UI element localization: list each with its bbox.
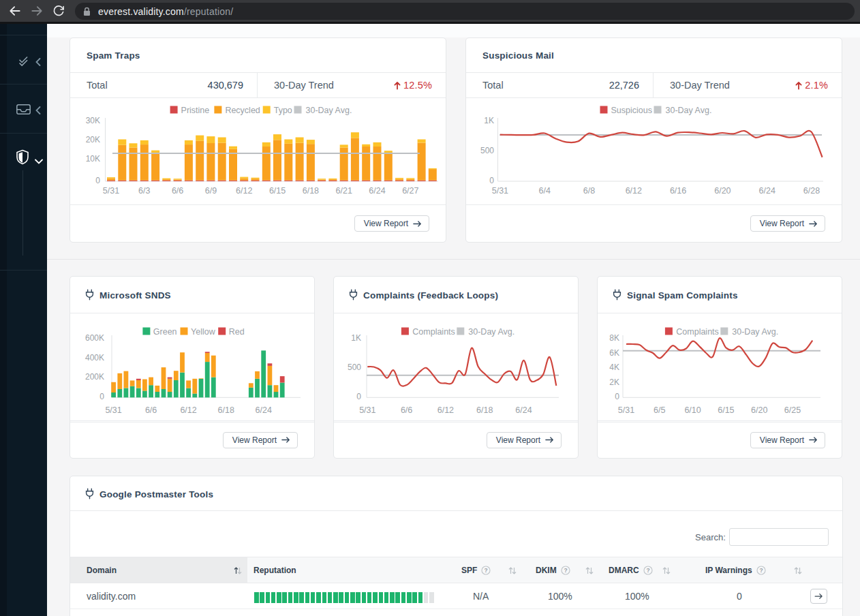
svg-text:6/6: 6/6	[172, 186, 183, 196]
svg-text:600K: 600K	[85, 333, 104, 343]
svg-text:6/12: 6/12	[180, 405, 196, 415]
svg-text:6/20: 6/20	[751, 405, 767, 415]
svg-text:1K: 1K	[484, 116, 494, 125]
svg-text:6/9: 6/9	[205, 186, 217, 196]
svg-text:6/15: 6/15	[718, 405, 734, 415]
svg-text:5/31: 5/31	[105, 405, 121, 415]
svg-text:6/4: 6/4	[539, 186, 551, 196]
svg-text:0: 0	[99, 392, 104, 401]
svg-text:500: 500	[348, 363, 361, 372]
svg-text:6/6: 6/6	[145, 405, 157, 415]
svg-text:5/31: 5/31	[359, 405, 375, 415]
svg-text:6/28: 6/28	[803, 186, 820, 196]
svg-text:10K: 10K	[86, 154, 100, 164]
svg-text:6/18: 6/18	[303, 186, 319, 196]
svg-text:?: ?	[759, 567, 763, 574]
svg-text:0: 0	[356, 392, 361, 401]
svg-text:6/12: 6/12	[236, 186, 252, 196]
svg-text:30K: 30K	[86, 116, 100, 125]
svg-text:6K: 6K	[609, 348, 619, 357]
svg-text:0: 0	[489, 176, 494, 185]
svg-text:0: 0	[615, 392, 619, 401]
svg-text:Pristine: Pristine	[181, 106, 210, 115]
svg-text:6/5: 6/5	[654, 405, 665, 415]
svg-text:Complaints: Complaints	[676, 326, 719, 336]
svg-text:Yellow: Yellow	[191, 326, 216, 336]
svg-text:Complaints: Complaints	[412, 326, 455, 336]
svg-text:?: ?	[646, 567, 649, 574]
svg-text:6/24: 6/24	[369, 186, 385, 196]
svg-text:4K: 4K	[609, 363, 619, 372]
svg-text:500: 500	[480, 146, 494, 155]
svg-text:6/12: 6/12	[437, 405, 454, 415]
svg-text:5/31: 5/31	[492, 186, 508, 196]
svg-text:6/18: 6/18	[476, 405, 493, 415]
svg-text:1K: 1K	[351, 333, 361, 343]
svg-text:30-Day Avg.: 30-Day Avg.	[468, 326, 515, 336]
svg-text:Red: Red	[229, 326, 245, 336]
svg-text:?: ?	[485, 567, 488, 574]
svg-text:6/24: 6/24	[515, 405, 532, 415]
svg-text:6/21: 6/21	[336, 186, 352, 196]
svg-text:5/31: 5/31	[103, 186, 119, 196]
svg-text:6/8: 6/8	[583, 186, 595, 196]
svg-text:2K: 2K	[609, 378, 619, 387]
svg-text:6/15: 6/15	[269, 186, 286, 196]
svg-text:Typo: Typo	[274, 106, 292, 115]
svg-text:6/20: 6/20	[714, 186, 731, 196]
svg-text:0: 0	[95, 176, 100, 185]
svg-text:6/10: 6/10	[684, 405, 701, 415]
svg-text:?: ?	[564, 567, 567, 574]
svg-text:30-Day Avg.: 30-Day Avg.	[666, 106, 712, 115]
svg-text:8K: 8K	[609, 333, 619, 343]
svg-text:6/18: 6/18	[218, 405, 234, 415]
svg-text:6/24: 6/24	[256, 405, 272, 415]
svg-text:20K: 20K	[86, 135, 100, 144]
svg-text:400K: 400K	[85, 353, 104, 363]
svg-text:6/6: 6/6	[401, 405, 412, 415]
svg-text:5/31: 5/31	[618, 405, 634, 415]
svg-text:30-Day Avg.: 30-Day Avg.	[306, 106, 352, 115]
svg-text:6/16: 6/16	[670, 186, 686, 196]
svg-text:6/3: 6/3	[138, 186, 150, 196]
svg-text:6/12: 6/12	[626, 186, 642, 196]
svg-text:6/25: 6/25	[784, 405, 801, 415]
svg-text:Green: Green	[153, 326, 177, 336]
svg-text:Suspicious: Suspicious	[611, 106, 652, 115]
svg-text:Recycled: Recycled	[225, 106, 260, 115]
svg-text:30-Day Avg.: 30-Day Avg.	[732, 326, 778, 336]
svg-text:6/24: 6/24	[759, 186, 775, 196]
svg-text:6/27: 6/27	[402, 186, 418, 196]
svg-text:200K: 200K	[85, 372, 104, 382]
